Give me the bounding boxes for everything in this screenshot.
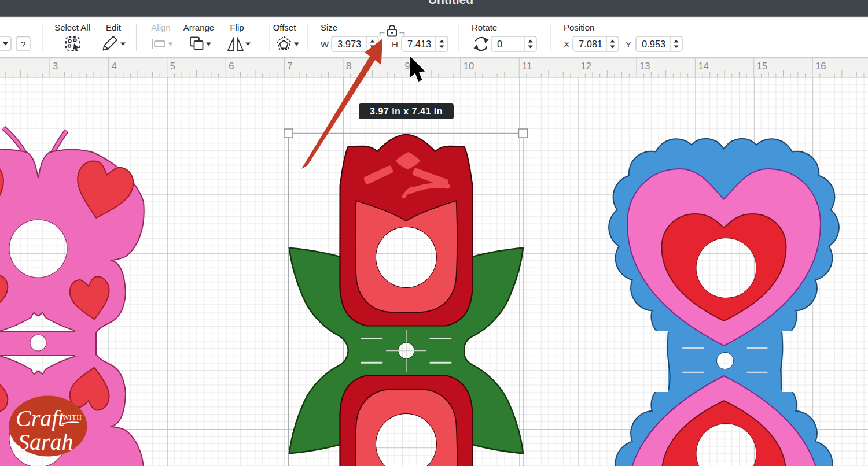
- svg-text:7.413: 7.413: [407, 39, 431, 49]
- svg-text:10: 10: [464, 61, 474, 71]
- svg-text:Position: Position: [564, 23, 594, 32]
- svg-text:Y: Y: [626, 39, 631, 49]
- svg-text:14: 14: [698, 61, 708, 71]
- svg-text:7.081: 7.081: [579, 39, 602, 49]
- svg-text:9: 9: [404, 61, 410, 71]
- svg-text:6: 6: [229, 61, 234, 71]
- svg-text:Flip: Flip: [230, 23, 244, 32]
- svg-text:Craft: Craft: [16, 405, 65, 431]
- svg-text:16: 16: [815, 61, 826, 71]
- svg-text:Align: Align: [151, 23, 170, 32]
- svg-text:Size: Size: [321, 23, 337, 32]
- svg-text:Untitled: Untitled: [428, 0, 473, 6]
- svg-text:3.973: 3.973: [337, 39, 361, 49]
- svg-text:?: ?: [21, 39, 26, 49]
- svg-text:3.97 in x 7.41 in: 3.97 in x 7.41 in: [370, 106, 443, 116]
- svg-text:Arrange: Arrange: [183, 23, 214, 32]
- svg-text:H: H: [392, 39, 398, 49]
- svg-text:5: 5: [170, 61, 175, 71]
- svg-text:4: 4: [111, 61, 116, 71]
- svg-text:Sarah: Sarah: [18, 429, 73, 455]
- svg-text:X: X: [564, 39, 569, 49]
- svg-text:12: 12: [581, 61, 591, 71]
- svg-text:15: 15: [757, 61, 767, 71]
- svg-text:3: 3: [53, 61, 58, 71]
- svg-text:W: W: [321, 39, 329, 49]
- svg-text:0.953: 0.953: [642, 39, 665, 49]
- svg-text:Select All: Select All: [54, 23, 90, 32]
- svg-text:0: 0: [497, 39, 502, 49]
- svg-text:8: 8: [346, 61, 351, 71]
- svg-text:Edit: Edit: [106, 23, 122, 32]
- svg-text:13: 13: [639, 61, 650, 71]
- svg-text:Rotate: Rotate: [472, 23, 497, 32]
- svg-text:WITH: WITH: [62, 413, 82, 421]
- svg-text:11: 11: [522, 61, 532, 71]
- svg-text:7: 7: [288, 61, 293, 71]
- svg-text:Offset: Offset: [273, 23, 297, 32]
